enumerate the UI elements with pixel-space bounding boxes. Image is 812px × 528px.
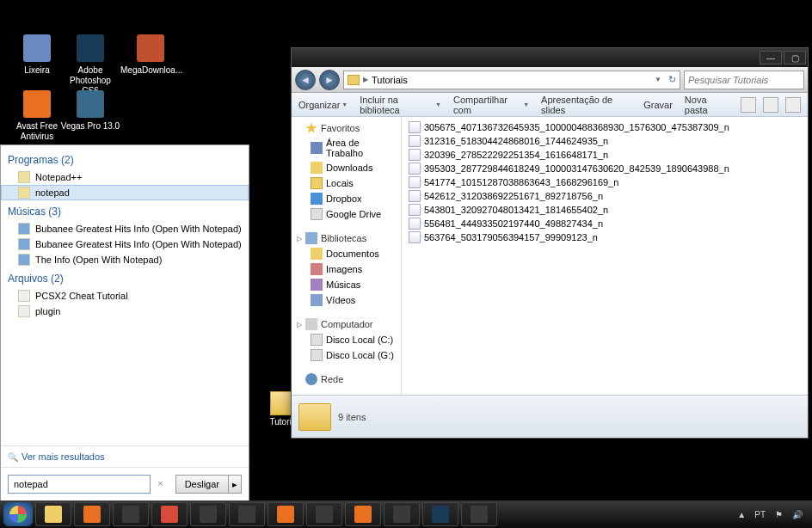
chevron-down-icon[interactable]: ▼: [655, 76, 661, 83]
file-icon: [18, 171, 30, 183]
file-icon: [18, 238, 30, 250]
file-row[interactable]: 395303_287729844618249_100003147630620_8…: [409, 162, 801, 175]
nav-item[interactable]: Disco Local (G:): [292, 347, 401, 363]
windows-logo-icon: [9, 506, 27, 523]
search-result-label: Bubanee Greatest Hits Info (Open With No…: [35, 224, 242, 234]
file-row[interactable]: 312316_518304424868016_1744624935_n: [409, 134, 801, 148]
image-file-icon: [409, 231, 421, 243]
desktop-icon-lixeira[interactable]: Lixeira: [7, 34, 67, 76]
file-row[interactable]: 320396_278522292251354_1616648171_n: [409, 148, 801, 162]
desktop-icon-avast[interactable]: Avast Free Antivirus: [7, 90, 67, 142]
taskbar-app-app5[interactable]: [461, 502, 497, 526]
show-hidden-icons[interactable]: ▲: [735, 508, 747, 520]
file-name: 312316_518304424868016_1744624935_n: [424, 136, 608, 146]
search-result-item[interactable]: The Info (Open With Notepad): [1, 252, 249, 267]
search-result-item[interactable]: Bubanee Greatest Hits Info (Open With No…: [1, 236, 249, 252]
view-options-button[interactable]: [741, 97, 756, 113]
search-result-item[interactable]: Bubanee Greatest Hits Info (Open With No…: [1, 221, 249, 236]
forward-button[interactable]: ►: [319, 70, 340, 90]
search-result-item[interactable]: plugin: [1, 304, 249, 319]
file-row[interactable]: 543801_320927048013421_1814655402_n: [409, 203, 801, 217]
file-row[interactable]: 563764_503179056394157_99909123_n: [409, 230, 801, 244]
nav-item[interactable]: Documentos: [292, 246, 401, 261]
image-file-icon: [409, 190, 421, 202]
preview-pane-button[interactable]: [763, 97, 778, 113]
search-result-item[interactable]: PCSX2 Cheat Tutorial: [1, 288, 249, 304]
nav-group-Favoritos[interactable]: Favoritos: [292, 120, 401, 136]
app-icon: [137, 34, 164, 62]
nav-group-Computador[interactable]: ▷Computador: [292, 316, 401, 332]
search-group-programas: Programas (2): [1, 149, 249, 169]
taskbar-app-app1[interactable]: [113, 502, 149, 526]
app-icon: [238, 506, 255, 523]
desktop-icon-megadownloader[interactable]: MegaDownloa...: [120, 34, 181, 76]
see-more-results[interactable]: Ver mais resultados: [1, 445, 249, 467]
clear-search-icon[interactable]: ×: [157, 478, 163, 488]
taskbar-app-photoshop[interactable]: [422, 502, 458, 526]
file-row[interactable]: 541774_10151287038863643_1668296169_n: [409, 175, 801, 189]
navigation-pane: FavoritosÁrea de TrabalhoDownloadsLocais…: [292, 117, 402, 395]
ico-desktop-icon: [311, 142, 323, 154]
action-center-icon[interactable]: ⚑: [772, 508, 784, 520]
start-button[interactable]: [3, 502, 33, 526]
file-row[interactable]: 305675_407136732645935_100000488368930_1…: [409, 120, 801, 134]
volume-icon[interactable]: 🔊: [791, 508, 803, 520]
desktop-icon-photoshop[interactable]: Adobe Photoshop CS6: [60, 34, 120, 96]
taskbar-app-chrome[interactable]: [151, 502, 188, 526]
taskbar-app-app3[interactable]: [306, 502, 342, 526]
shutdown-button[interactable]: Desligar: [175, 475, 229, 494]
nav-item[interactable]: Área de Trabalho: [292, 136, 401, 160]
breadcrumb[interactable]: ▶ Tutoriais ▼ ↻: [343, 71, 680, 89]
app-icon: [23, 34, 51, 62]
toolbar-gravar[interactable]: Gravar: [643, 100, 673, 110]
back-button[interactable]: ◄: [295, 70, 316, 90]
taskbar-app-firefox[interactable]: [345, 502, 381, 526]
help-button[interactable]: [785, 97, 801, 113]
nav-group-Rede[interactable]: Rede: [292, 371, 401, 387]
refresh-icon[interactable]: ↻: [668, 74, 676, 85]
ico-video-icon: [311, 294, 323, 306]
toolbar-organizar[interactable]: Organizar▼: [298, 100, 348, 110]
start-search-input[interactable]: [8, 475, 151, 494]
minimize-button[interactable]: —: [760, 51, 782, 64]
language-indicator[interactable]: PT: [754, 510, 766, 519]
shutdown-options-button[interactable]: ▸: [229, 475, 242, 494]
toolbar-incluir[interactable]: Incluir na biblioteca▼: [360, 95, 441, 115]
taskbar-app-wmplayer[interactable]: [74, 502, 110, 526]
nav-item[interactable]: Vídeos: [292, 292, 401, 308]
search-result-item[interactable]: Notepad++: [1, 169, 249, 185]
nav-group-Bibliotecas[interactable]: ▷Bibliotecas: [292, 230, 401, 246]
taskbar-app-explorer[interactable]: [35, 502, 71, 526]
folder-icon: [298, 403, 331, 431]
file-row[interactable]: 556481_444933502197440_498827434_n: [409, 217, 801, 230]
nav-item[interactable]: Imagens: [292, 261, 401, 277]
explorer-search-input[interactable]: [684, 71, 804, 89]
file-icon: [18, 254, 30, 266]
nav-item[interactable]: Músicas: [292, 277, 401, 292]
file-row[interactable]: 542612_312038692251671_892718756_n: [409, 189, 801, 203]
maximize-button[interactable]: ▢: [784, 51, 806, 64]
breadcrumb-location[interactable]: Tutoriais: [372, 75, 408, 85]
search-result-label: Bubanee Greatest Hits Info (Open With No…: [35, 239, 242, 249]
toolbar-apresentacao[interactable]: Apresentação de slides: [541, 95, 631, 115]
taskbar-app-sublime[interactable]: [190, 502, 226, 526]
image-file-icon: [409, 135, 421, 147]
app-icon: [77, 34, 104, 62]
search-result-item[interactable]: notepad: [1, 185, 249, 200]
taskbar-app-app2[interactable]: [229, 502, 265, 526]
nav-item[interactable]: Locais: [292, 175, 401, 191]
app-icon: [200, 506, 217, 523]
chevron-right-icon[interactable]: ▶: [363, 76, 368, 83]
nav-item[interactable]: Disco Local (C:): [292, 332, 401, 347]
nav-item[interactable]: Google Drive: [292, 206, 401, 222]
taskbar-app-app4[interactable]: [384, 502, 420, 526]
toolbar-compartilhar[interactable]: Compartilhar com▼: [453, 95, 529, 115]
file-name: 541774_10151287038863643_1668296169_n: [424, 177, 618, 187]
taskbar-app-xampp[interactable]: [268, 502, 304, 526]
app-icon: [83, 506, 101, 523]
titlebar[interactable]: — ▢ ×: [292, 48, 808, 67]
desktop-icon-vegas[interactable]: Vegas Pro 13.0: [60, 90, 120, 132]
toolbar-nova-pasta[interactable]: Nova pasta: [685, 95, 729, 115]
nav-item[interactable]: Downloads: [292, 160, 401, 175]
nav-item[interactable]: Dropbox: [292, 191, 401, 206]
